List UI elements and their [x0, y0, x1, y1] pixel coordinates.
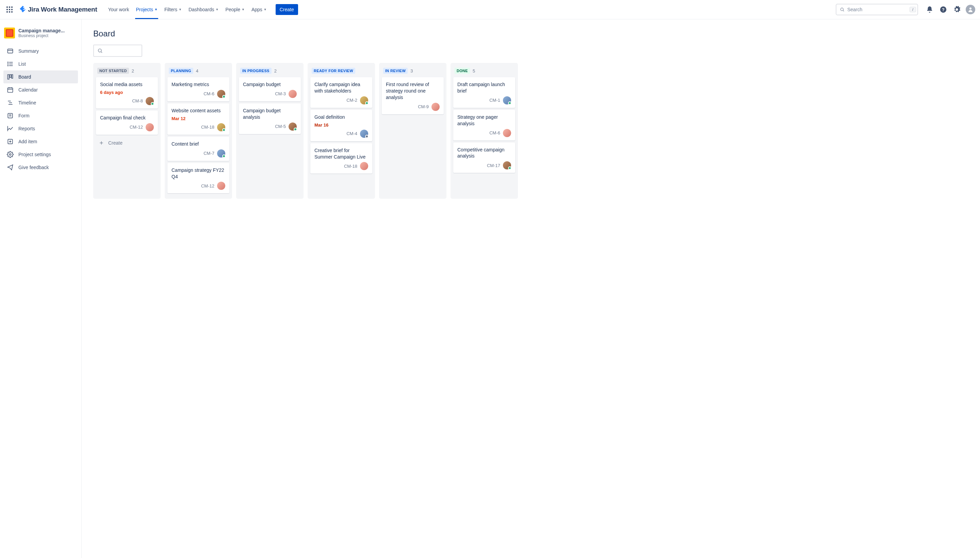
global-search[interactable]: /	[836, 4, 918, 15]
column-count: 2	[274, 68, 277, 74]
nav-item-filters[interactable]: Filters▼	[161, 0, 185, 19]
column-inreview: IN REVIEW3First round review of strategy…	[379, 63, 446, 199]
assignee-avatar[interactable]	[289, 90, 297, 98]
sidebar-item-form[interactable]: Form	[3, 109, 78, 122]
issue-card[interactable]: Competitive campaign analysisCM-17	[453, 143, 515, 173]
sidebar-item-label: Project settings	[18, 152, 51, 157]
nav-item-apps[interactable]: Apps▼	[248, 0, 270, 19]
card-title: Strategy one pager analysis	[457, 114, 511, 127]
assignee-avatar[interactable]	[217, 123, 225, 131]
help-icon[interactable]: ?	[938, 4, 949, 15]
card-key: CM-2	[346, 98, 357, 103]
assignee-avatar[interactable]	[503, 161, 511, 169]
sidebar-item-label: List	[18, 61, 26, 67]
issue-card[interactable]: Draft campaign launch briefCM-1	[453, 77, 515, 108]
card-title: Marketing metrics	[171, 81, 225, 88]
issue-card[interactable]: Content briefCM-7	[167, 137, 229, 161]
card-title: Content brief	[171, 141, 225, 147]
svg-point-29	[10, 154, 11, 156]
assignee-avatar[interactable]	[432, 103, 440, 111]
card-key: CM-12	[130, 125, 143, 130]
sidebar-item-timeline[interactable]: Timeline	[3, 96, 78, 109]
assignee-avatar[interactable]	[360, 162, 368, 170]
issue-card[interactable]: Social media assets6 days agoCM-8	[96, 77, 158, 108]
issue-card[interactable]: Strategy one pager analysisCM-6	[453, 110, 515, 141]
sidebar-icon	[7, 138, 14, 145]
svg-point-0	[840, 8, 843, 11]
assignee-avatar[interactable]	[146, 123, 154, 131]
issue-card[interactable]: First round review of strategy round one…	[382, 77, 444, 114]
assignee-avatar[interactable]	[217, 182, 225, 190]
card-due-date: Mar 16	[314, 123, 368, 128]
create-button[interactable]: Create	[276, 4, 298, 15]
app-switcher-icon[interactable]	[4, 4, 15, 15]
card-title: Goal definition	[314, 114, 368, 120]
sidebar-icon	[7, 125, 14, 132]
profile-avatar[interactable]	[965, 4, 976, 15]
assignee-avatar[interactable]	[360, 96, 368, 105]
issue-card[interactable]: Clarify campaign idea with stakeholdersC…	[310, 77, 372, 108]
card-key: CM-8	[132, 98, 143, 103]
nav-item-dashboards[interactable]: Dashboards▼	[185, 0, 222, 19]
nav-item-projects[interactable]: Projects▼	[132, 0, 161, 19]
issue-card[interactable]: Website content assetsMar 12CM-18	[167, 103, 229, 135]
svg-point-30	[98, 49, 102, 52]
board-search[interactable]	[93, 44, 142, 57]
chevron-down-icon: ▼	[241, 8, 245, 11]
assignee-avatar[interactable]	[289, 123, 297, 131]
issue-card[interactable]: Campaign strategy FY22 Q4CM-12	[167, 163, 229, 194]
search-icon	[840, 7, 845, 12]
presence-indicator	[222, 154, 226, 158]
product-logo[interactable]: Jira Work Management	[16, 4, 100, 15]
presence-indicator	[294, 128, 297, 131]
column-title: NOT STARTED	[97, 68, 129, 74]
column-count: 3	[410, 68, 413, 74]
sidebar-item-add-item[interactable]: Add item	[3, 135, 78, 148]
sidebar-item-list[interactable]: List	[3, 57, 78, 71]
assignee-avatar[interactable]	[360, 130, 368, 138]
issue-card[interactable]: Campaign budget analysisCM-5	[239, 103, 301, 134]
card-key: CM-7	[204, 151, 214, 156]
presence-indicator	[508, 102, 511, 105]
card-due-date: 6 days ago	[100, 90, 154, 95]
create-issue-button[interactable]: Create	[96, 137, 158, 149]
sidebar-item-summary[interactable]: Summary	[3, 44, 78, 57]
nav-right: ?	[924, 4, 976, 15]
card-title: Website content assets	[171, 108, 225, 114]
notifications-icon[interactable]	[924, 4, 935, 15]
nav-item-people[interactable]: People▼	[222, 0, 248, 19]
card-key: CM-5	[275, 124, 286, 129]
assignee-avatar[interactable]	[503, 129, 511, 137]
sidebar-item-board[interactable]: Board	[3, 71, 78, 84]
sidebar-item-give-feedback[interactable]: Give feedback	[3, 161, 78, 174]
search-input[interactable]	[847, 7, 907, 12]
card-due-date: Mar 12	[171, 116, 225, 121]
issue-card[interactable]: Campaign budgetCM-3	[239, 77, 301, 102]
project-header[interactable]: Campaign manage... Business project	[3, 28, 78, 44]
search-shortcut: /	[909, 7, 916, 12]
settings-icon[interactable]	[951, 4, 962, 15]
card-key: CM-3	[275, 91, 286, 96]
nav-item-your-work[interactable]: Your work	[105, 0, 133, 19]
assignee-avatar[interactable]	[146, 97, 154, 105]
sidebar-item-label: Form	[18, 113, 30, 118]
assignee-avatar[interactable]	[217, 90, 225, 98]
sidebar-item-calendar[interactable]: Calendar	[3, 84, 78, 96]
project-type: Business project	[18, 33, 65, 38]
presence-indicator	[508, 166, 511, 170]
issue-card[interactable]: Goal definitionMar 16CM-4	[310, 110, 372, 141]
card-key: CM-4	[346, 131, 357, 136]
issue-card[interactable]: Creative brief for Summer Campaign LiveC…	[310, 143, 372, 174]
sidebar-item-project-settings[interactable]: Project settings	[3, 148, 78, 161]
sidebar-icon	[7, 48, 14, 54]
assignee-avatar[interactable]	[217, 149, 225, 158]
svg-rect-13	[8, 74, 9, 79]
presence-indicator	[222, 128, 226, 132]
assignee-avatar[interactable]	[503, 96, 511, 105]
column-title: PLANNING	[169, 68, 193, 74]
issue-card[interactable]: Marketing metricsCM-6	[167, 77, 229, 102]
svg-line-31	[101, 52, 102, 53]
card-key: CM-18	[201, 125, 214, 130]
issue-card[interactable]: Campaign final checkCM-12	[96, 111, 158, 135]
sidebar-item-reports[interactable]: Reports	[3, 122, 78, 135]
